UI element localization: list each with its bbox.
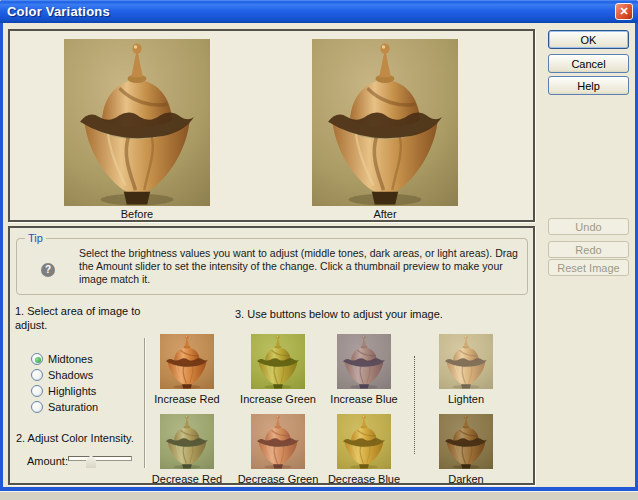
thumbnail-increase-blue-label: Increase Blue <box>307 393 421 405</box>
radio-highlights-label: Highlights <box>48 385 96 397</box>
before-image <box>64 39 210 206</box>
ok-button[interactable]: OK <box>548 30 629 49</box>
radio-highlights-icon[interactable] <box>31 385 43 397</box>
thumbnail-increase-blue-cell: Increase Blue <box>337 334 391 389</box>
radio-midtones-icon[interactable] <box>31 353 43 365</box>
radio-highlights[interactable]: Highlights <box>31 384 96 398</box>
radio-midtones[interactable]: Midtones <box>31 352 93 366</box>
thumbnail-lighten[interactable] <box>439 334 493 389</box>
dotted-divider <box>414 356 415 454</box>
amount-slider-track[interactable] <box>68 454 132 470</box>
step3-label: 3. Use buttons below to adjust your imag… <box>235 307 443 321</box>
tip-text: Select the brightness values you want to… <box>79 247 521 286</box>
radio-shadows[interactable]: Shadows <box>31 368 93 382</box>
thumbnail-increase-blue[interactable] <box>337 334 391 389</box>
cancel-button[interactable]: Cancel <box>548 54 629 73</box>
radio-shadows-icon[interactable] <box>31 369 43 381</box>
thumbnail-darken-label: Darken <box>409 473 523 485</box>
reset-image-button[interactable]: Reset Image <box>548 259 629 276</box>
radio-shadows-label: Shadows <box>48 369 93 381</box>
help-button[interactable]: Help <box>548 76 629 95</box>
window-title: Color Variations <box>0 4 110 19</box>
thumbnail-increase-green[interactable] <box>251 334 305 389</box>
help-question-icon: ? <box>41 263 55 277</box>
thumbnail-increase-green-cell: Increase Green <box>251 334 305 389</box>
thumbnail-increase-red[interactable] <box>160 334 214 389</box>
close-icon[interactable]: ✕ <box>615 3 633 20</box>
undo-button[interactable]: Undo <box>548 218 629 235</box>
before-preview: Before <box>64 39 210 220</box>
radio-saturation-icon[interactable] <box>31 401 43 413</box>
thumbnail-decrease-red-cell: Decrease Red <box>160 414 214 469</box>
radio-midtones-label: Midtones <box>48 353 93 365</box>
step1-label: 1. Select area of image to adjust. <box>15 304 153 332</box>
thumbnail-lighten-label: Lighten <box>409 393 523 405</box>
step2-label: 2. Adjust Color Intensity. <box>16 431 134 445</box>
thumbnail-decrease-blue[interactable] <box>337 414 391 469</box>
after-label: After <box>312 208 458 220</box>
amount-label: Amount: <box>27 454 68 468</box>
before-label: Before <box>64 208 210 220</box>
after-preview: After <box>312 39 458 220</box>
thumbnail-decrease-blue-cell: Decrease Blue <box>337 414 391 469</box>
dialog-body: Before After OK Cancel Help Undo Redo Re… <box>3 23 635 487</box>
tip-groupbox: Tip ? Select the brightness values you w… <box>16 238 528 295</box>
amount-slider-groove <box>68 456 132 461</box>
thumbnail-decrease-green[interactable] <box>251 414 305 469</box>
thumbnail-decrease-red[interactable] <box>160 414 214 469</box>
desktop-background <box>0 491 638 500</box>
thumbnail-decrease-blue-label: Decrease Blue <box>307 473 421 485</box>
radio-saturation[interactable]: Saturation <box>31 400 98 414</box>
control-panel: Tip ? Select the brightness values you w… <box>8 226 535 485</box>
after-image <box>312 39 458 206</box>
redo-button[interactable]: Redo <box>548 241 629 258</box>
tip-caption: Tip <box>25 232 46 244</box>
title-bar[interactable]: Color Variations ✕ <box>0 0 638 23</box>
thumbnail-darken-cell: Darken <box>439 414 493 469</box>
thumbnail-lighten-cell: Lighten <box>439 334 493 389</box>
radio-saturation-label: Saturation <box>48 401 98 413</box>
preview-panel: Before After <box>8 29 535 222</box>
color-variations-dialog: Color Variations ✕ Before After OK Cance… <box>0 0 638 491</box>
thumbnail-increase-red-cell: Increase Red <box>160 334 214 389</box>
thumbnail-decrease-green-cell: Decrease Green <box>251 414 305 469</box>
thumbnail-darken[interactable] <box>439 414 493 469</box>
